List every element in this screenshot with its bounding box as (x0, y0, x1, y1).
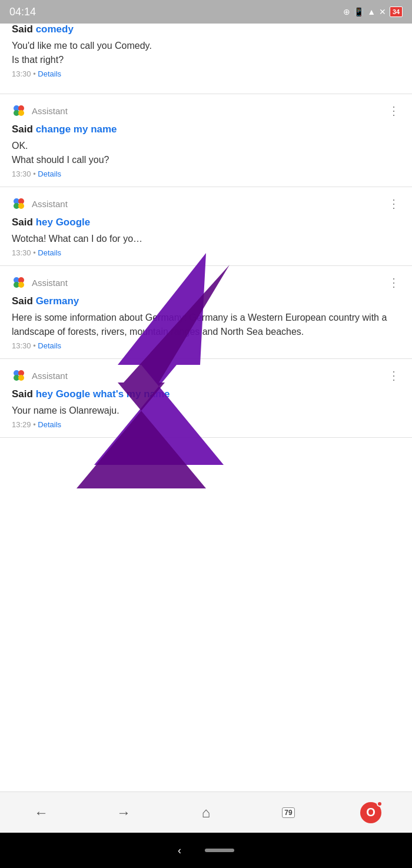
card-header-germany: Assistant ⋮ (12, 275, 400, 290)
assistant-dot-hey (12, 197, 26, 211)
svg-point-11 (18, 282, 24, 288)
said-change-word: change my name (36, 124, 117, 135)
home-button[interactable]: ⌂ (188, 798, 224, 827)
card-header-name: Assistant ⋮ (12, 368, 400, 383)
svg-point-7 (18, 203, 24, 209)
card-header-left-hey: Assistant (12, 197, 68, 211)
assistant-dot-name (12, 368, 26, 383)
said-germany-word: Germany (36, 295, 79, 307)
assistant-dot-germany (12, 275, 26, 290)
more-icon-change[interactable]: ⋮ (388, 104, 400, 118)
back-button[interactable]: ← (24, 798, 59, 827)
content-area: Said comedy You'd like me to call you Co… (0, 24, 412, 791)
response-change: OK.What should I call you? (12, 139, 400, 167)
back-icon: ← (34, 804, 48, 821)
details-germany[interactable]: Details (38, 341, 61, 350)
card-header-left-change: Assistant (12, 104, 68, 118)
timestamp-hey: 13:30 • Details (12, 248, 400, 265)
timestamp-germany: 13:30 • Details (12, 341, 400, 358)
forward-icon: → (117, 804, 131, 821)
tab-count-badge: 79 (282, 807, 294, 818)
opera-button[interactable]: O (353, 798, 388, 827)
card-header-hey: Assistant ⋮ (12, 197, 400, 211)
timestamp-comedy: 13:30 • Details (12, 69, 400, 87)
said-comedy-word: comedy (36, 24, 74, 35)
card-comedy: Said comedy You'd like me to call you Co… (0, 24, 412, 94)
timestamp-name: 13:29 • Details (12, 420, 400, 437)
gesture-bar: ‹ (0, 833, 412, 868)
more-icon-name[interactable]: ⋮ (388, 368, 400, 383)
card-header-left-name: Assistant (12, 368, 68, 383)
response-name: Your name is Olanrewaju. (12, 404, 400, 418)
circle-plus-icon: ⊕ (343, 7, 350, 16)
assistant-label-hey: Assistant (32, 199, 68, 209)
card-change-my-name: Assistant ⋮ Said change my name OK.What … (0, 94, 412, 187)
svg-point-15 (18, 375, 24, 381)
opera-icon: O (360, 802, 381, 823)
home-icon: ⌂ (202, 804, 211, 821)
response-comedy: You'd like me to call you Comedy.Is that… (12, 39, 400, 67)
details-hey[interactable]: Details (38, 248, 61, 257)
response-germany: Here is some information about Germany: … (12, 311, 400, 339)
details-name[interactable]: Details (38, 420, 61, 429)
signal-icon: ✕ (379, 7, 386, 16)
gesture-home-pill (205, 849, 234, 852)
svg-point-3 (18, 110, 24, 116)
card-whats-my-name: Assistant ⋮ Said hey Google what's my na… (0, 359, 412, 438)
assistant-label-germany: Assistant (32, 278, 68, 288)
card-germany: Assistant ⋮ Said Germany Here is some in… (0, 266, 412, 359)
said-hey-word: hey Google (36, 217, 91, 228)
details-comedy[interactable]: Details (38, 69, 61, 78)
bottom-nav: ← → ⌂ 79 O (0, 791, 412, 833)
said-name-word: hey Google what's my name (36, 388, 170, 400)
status-icons: ⊕ 📳 ▲ ✕ 34 (343, 6, 403, 17)
gesture-back-chevron: ‹ (178, 844, 181, 857)
battery-badge: 34 (390, 6, 403, 17)
status-time: 04:14 (9, 6, 36, 18)
said-hey: Said hey Google (12, 217, 400, 228)
said-change: Said change my name (12, 124, 400, 135)
tabs-button[interactable]: 79 (271, 798, 306, 827)
status-bar: 04:14 ⊕ 📳 ▲ ✕ 34 (0, 0, 412, 24)
card-hey-google: Assistant ⋮ Said hey Google Wotcha! What… (0, 187, 412, 266)
card-header-change: Assistant ⋮ (12, 104, 400, 118)
response-hey: Wotcha! What can I do for yo… (12, 232, 400, 246)
details-change[interactable]: Details (38, 169, 61, 178)
said-germany: Said Germany (12, 295, 400, 307)
card-header-left-germany: Assistant (12, 275, 68, 290)
wifi-icon: ▲ (367, 7, 376, 16)
more-icon-germany[interactable]: ⋮ (388, 275, 400, 290)
timestamp-change: 13:30 • Details (12, 169, 400, 187)
forward-button[interactable]: → (106, 798, 141, 827)
assistant-label-change: Assistant (32, 106, 68, 116)
said-name: Said hey Google what's my name (12, 388, 400, 400)
assistant-label-name: Assistant (32, 371, 68, 381)
assistant-dot-change (12, 104, 26, 118)
vibrate-icon: 📳 (354, 7, 364, 16)
said-comedy: Said comedy (12, 24, 400, 35)
more-icon-hey[interactable]: ⋮ (388, 197, 400, 211)
opera-notification-dot (377, 801, 383, 807)
